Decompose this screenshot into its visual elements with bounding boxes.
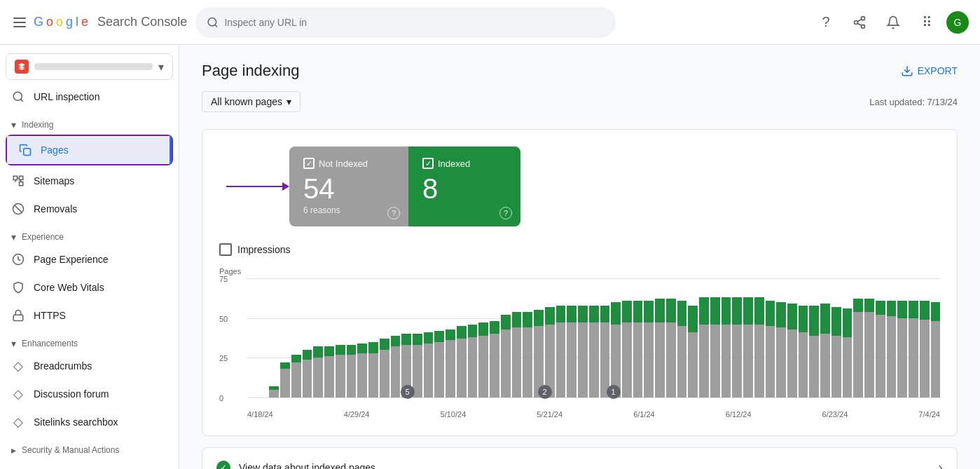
sidebar-item-url-inspection[interactable]: URL inspection — [0, 83, 179, 111]
bar-group — [446, 278, 455, 397]
bar-group — [413, 278, 422, 397]
bar-group — [523, 278, 532, 397]
x-label-6: 6/12/24 — [726, 410, 752, 419]
topbar-left: Google Search Console — [11, 14, 187, 31]
svg-line-1 — [215, 25, 217, 27]
view-data-label: View data about indexed pages — [239, 462, 930, 470]
sidebar-page-experience-label: Page Experience — [34, 254, 109, 265]
view-data-check-icon: ✓ — [216, 461, 230, 470]
svg-point-3 — [855, 20, 858, 24]
sidebar-item-pages[interactable]: Pages — [7, 136, 172, 164]
topbar-icons: ? ⠿ G — [812, 8, 969, 36]
sidebar-item-sitemaps[interactable]: Sitemaps — [0, 167, 179, 195]
bar-group — [424, 278, 434, 397]
topbar: Google Search Console ? ⠿ G — [0, 0, 980, 45]
chart-container: Pages 75 50 25 0 — [219, 267, 940, 419]
export-button[interactable]: EXPORT — [901, 64, 958, 77]
cards-and-chart: Not Indexed 54 6 reasons ? Indexed 8 ? — [202, 129, 958, 436]
bar-group — [512, 278, 522, 397]
bar-group — [710, 278, 720, 397]
sitelinks-searchbox-icon: ◇ — [11, 415, 25, 429]
page-header: Page indexing EXPORT — [202, 62, 958, 80]
annotation-badge: 2 — [538, 385, 552, 399]
sidebar-item-discussion-forum[interactable]: ◇ Discussion forum — [0, 380, 179, 408]
bar-group — [380, 278, 389, 397]
experience-section-header[interactable]: ▾ Experience — [0, 223, 179, 245]
bar-group — [457, 278, 467, 397]
indexed-label: Indexed — [438, 158, 470, 169]
impressions-checkbox[interactable] — [219, 243, 232, 256]
not-indexed-help-icon[interactable]: ? — [387, 207, 400, 219]
bar-group — [876, 278, 885, 397]
indexing-section-header[interactable]: ▾ Indexing — [0, 111, 179, 133]
bar-group — [391, 278, 401, 397]
search-bar[interactable] — [195, 7, 616, 38]
svg-line-6 — [857, 19, 862, 21]
removals-icon — [11, 202, 25, 216]
sidebar-core-web-vitals-label: Core Web Vitals — [34, 282, 104, 293]
svg-rect-11 — [20, 176, 23, 179]
sidebar-item-removals[interactable]: Removals — [0, 195, 179, 223]
bar-group — [501, 278, 511, 397]
indexed-card[interactable]: Indexed 8 ? — [408, 147, 520, 226]
not-indexed-checkbox — [303, 158, 315, 169]
sidebar-sitelinks-searchbox-label: Sitelinks searchbox — [34, 416, 118, 428]
pages-icon — [18, 143, 32, 157]
bar-group — [776, 278, 786, 397]
x-label-3: 5/10/24 — [441, 410, 467, 419]
sidebar-item-page-experience[interactable]: Page Experience — [0, 245, 179, 273]
bar-group — [336, 278, 345, 397]
bar-group — [313, 278, 323, 397]
svg-line-8 — [20, 99, 22, 101]
sidebar-sitemaps-label: Sitemaps — [34, 175, 74, 186]
bar-group — [799, 278, 808, 397]
annotation-arrow — [226, 182, 289, 191]
svg-rect-10 — [13, 176, 17, 179]
x-label-7: 6/23/24 — [822, 410, 848, 419]
hamburger-menu[interactable] — [11, 14, 28, 31]
bar-group — [545, 278, 555, 397]
sidebar-item-https[interactable]: HTTPS — [0, 301, 179, 329]
not-indexed-header: Not Indexed — [303, 158, 394, 169]
sidebar-discussion-forum-label: Discussion forum — [34, 388, 109, 400]
not-indexed-count: 54 — [303, 175, 394, 203]
experience-chevron-icon: ▾ — [11, 231, 16, 243]
grid-label-50: 50 — [219, 315, 228, 323]
notifications-icon[interactable] — [879, 8, 907, 36]
view-data-arrow-icon: › — [938, 459, 943, 469]
bar-group — [611, 278, 621, 397]
bar-group — [677, 278, 687, 397]
not-indexed-card[interactable]: Not Indexed 54 6 reasons ? — [289, 147, 408, 226]
enhancements-section-label: Enhancements — [22, 339, 78, 348]
bar-group — [258, 278, 268, 397]
sidebar-item-breadcrumbs[interactable]: ◇ Breadcrumbs — [0, 352, 179, 380]
indexed-help-icon[interactable]: ? — [499, 207, 512, 219]
svg-point-7 — [13, 92, 22, 100]
view-data-row[interactable]: ✓ View data about indexed pages › — [202, 447, 958, 469]
help-icon[interactable]: ? — [812, 8, 840, 36]
bar-group — [699, 278, 709, 397]
grid-label-25: 25 — [219, 354, 228, 362]
sidebar-item-core-web-vitals[interactable]: Core Web Vitals — [0, 273, 179, 301]
enhancements-section-header[interactable]: ▾ Enhancements — [0, 329, 179, 352]
bar-group — [831, 278, 841, 397]
filter-dropdown[interactable]: All known pages ▾ — [202, 91, 301, 112]
sidebar-item-sitelinks-searchbox[interactable]: ◇ Sitelinks searchbox — [0, 408, 179, 436]
bar-group — [644, 278, 654, 397]
bar-group — [269, 278, 279, 397]
sitemaps-icon — [11, 174, 25, 188]
property-selector[interactable]: ▾ — [6, 53, 173, 80]
bar-group — [368, 278, 378, 397]
security-section-header[interactable]: ▸ Security & Manual Actions — [0, 436, 179, 458]
avatar[interactable]: G — [946, 11, 969, 34]
apps-icon[interactable]: ⠿ — [913, 8, 941, 36]
svg-rect-12 — [20, 182, 23, 186]
svg-rect-9 — [24, 149, 31, 156]
bar-group — [622, 278, 632, 397]
bar-group — [864, 278, 874, 397]
bar-group — [280, 278, 290, 397]
bar-group — [754, 278, 764, 397]
property-name — [34, 63, 153, 70]
search-input[interactable] — [224, 17, 605, 28]
share-icon[interactable] — [846, 8, 874, 36]
